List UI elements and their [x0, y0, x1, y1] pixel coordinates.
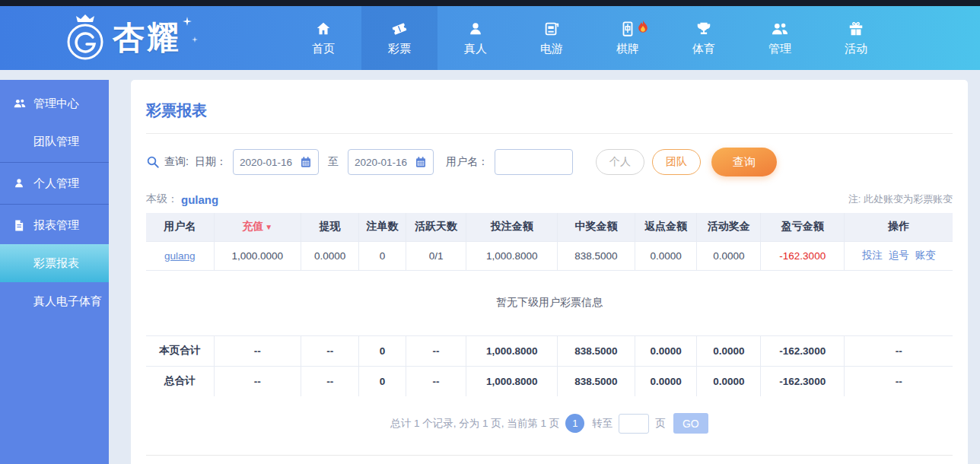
nav-item-activity[interactable]: 活动: [818, 6, 894, 70]
row-username-link[interactable]: gulang: [164, 250, 196, 262]
level-row: 本级： gulang 注: 此处账变为彩票账变: [146, 192, 953, 206]
bet-link[interactable]: 投注: [862, 249, 883, 261]
total-cell: 0: [359, 366, 406, 396]
table-header-row: 用户名 充值▼ 提现 注单数 活跃天数 投注金额 中奖金额 返点金额 活动奖金 …: [146, 213, 953, 241]
chase-link[interactable]: 追号: [889, 249, 909, 261]
total-cell: --: [406, 366, 466, 396]
sidebar-item-lottery-report[interactable]: 彩票报表: [0, 244, 109, 282]
search-toolbar: 查询: 日期： 至: [146, 148, 953, 176]
sidebar-item-label: 报表管理: [33, 218, 79, 233]
goto-page-input[interactable]: [619, 414, 649, 434]
cell-win-amount: 838.5000: [558, 241, 635, 270]
total-cell: 0.0000: [635, 366, 697, 396]
table-row: gulang 1,000.0000 0.0000 0 0/1 1,000.800…: [146, 241, 953, 270]
col-withdraw: 提现: [301, 213, 359, 241]
nav-item-live[interactable]: 真人: [438, 6, 514, 70]
top-dark-strip: [0, 0, 980, 6]
total-cell-profit: -162.3000: [761, 335, 845, 366]
nav-item-egames[interactable]: 电游: [514, 6, 590, 70]
nav-item-label: 真人: [464, 42, 487, 56]
page-body: 管理中心 团队管理 个人管理 报表管理: [0, 70, 980, 464]
cell-bet-amount: 1,000.8000: [466, 241, 558, 270]
sidebar-item-report-management[interactable]: 报表管理: [0, 206, 109, 244]
report-icon: [13, 218, 27, 232]
sidebar-item-label: 管理中心: [33, 97, 79, 111]
col-actions: 操作: [845, 213, 953, 241]
nav-item-lottery[interactable]: 彩票: [361, 6, 438, 70]
home-icon: [315, 21, 332, 37]
nav-item-label: 彩票: [388, 42, 411, 56]
total-cell: 0.0000: [635, 335, 697, 366]
personal-button[interactable]: 个人: [596, 149, 644, 175]
account-change-link[interactable]: 账变: [915, 249, 936, 261]
total-cell-profit: -162.3000: [761, 366, 845, 396]
sidebar-item-label: 个人管理: [33, 176, 79, 191]
cell-activity-bonus: 0.0000: [697, 241, 761, 270]
nav-item-label: 首页: [312, 42, 335, 56]
page-title: 彩票报表: [146, 100, 953, 121]
sidebar: 管理中心 团队管理 个人管理 报表管理: [0, 80, 109, 464]
sidebar-item-live-esports[interactable]: 真人电子体育: [0, 282, 109, 320]
date-to-input[interactable]: [355, 157, 411, 168]
pagination: 总计 1 个记录, 分为 1 页, 当前第 1 页 1 转至 页 GO: [146, 413, 953, 434]
sparkle-icon: [192, 37, 198, 43]
pagination-summary: 总计 1 个记录, 分为 1 页, 当前第 1 页: [390, 417, 559, 431]
cell-withdraw: 0.0000: [301, 241, 359, 270]
date-to-field[interactable]: [348, 149, 434, 175]
team-icon: [13, 97, 27, 110]
sidebar-item-personal-management[interactable]: 个人管理: [0, 164, 109, 202]
page-total-label: 本页合计: [146, 335, 214, 366]
cell-active-days: 0/1: [406, 241, 466, 270]
mahjong-tile-icon: [619, 21, 636, 37]
team-button[interactable]: 团队: [652, 149, 701, 175]
nav-item-label: 电游: [540, 42, 563, 56]
calendar-icon[interactable]: [300, 156, 312, 168]
go-button[interactable]: GO: [673, 413, 708, 434]
total-cell: 0: [359, 335, 406, 366]
grand-total-label: 总合计: [146, 366, 214, 396]
account-change-note: 注: 此处账变为彩票账变: [848, 192, 953, 206]
brand-badge-icon: [64, 14, 107, 62]
total-cell: --: [301, 366, 359, 396]
person-icon: [467, 21, 484, 37]
nav-item-label: 活动: [845, 42, 867, 56]
sidebar-item-admin-center[interactable]: 管理中心: [0, 84, 109, 122]
date-label: 日期：: [195, 155, 227, 169]
level-username-link[interactable]: gulang: [181, 193, 218, 206]
nav-item-sports[interactable]: 体育: [666, 6, 742, 70]
nav-item-label: 棋牌: [616, 42, 639, 56]
col-recharge-sortable[interactable]: 充值▼: [214, 213, 301, 241]
total-cell: 0.0000: [697, 335, 761, 366]
crown-icon: [76, 14, 94, 22]
date-from-field[interactable]: [233, 149, 319, 175]
col-bet-count: 注单数: [359, 213, 406, 241]
nav-item-board-games[interactable]: 棋牌: [590, 6, 666, 70]
brand-logo[interactable]: 杏耀: [64, 6, 181, 70]
col-activity-bonus: 活动奖金: [697, 213, 761, 241]
sidebar-item-team-management[interactable]: 团队管理: [0, 122, 109, 160]
cell-actions: 投注追号账变: [845, 241, 953, 270]
sidebar-item-label: 真人电子体育: [33, 294, 102, 309]
goto-label: 转至: [592, 417, 612, 431]
empty-row: 暂无下级用户彩票信息: [146, 270, 953, 335]
slot-machine-icon: [543, 21, 560, 37]
page-1-button[interactable]: 1: [565, 414, 584, 433]
date-from-input[interactable]: [240, 157, 296, 168]
cell-profit: -162.3000: [761, 241, 845, 270]
date-to-label: 至: [328, 155, 339, 169]
hot-flame-icon: [637, 20, 649, 33]
query-button[interactable]: 查询: [711, 148, 777, 176]
col-username: 用户名: [146, 213, 214, 241]
username-input[interactable]: [495, 149, 573, 175]
trophy-icon: [695, 21, 712, 37]
total-cell: --: [214, 366, 301, 396]
calendar-icon[interactable]: [415, 156, 427, 168]
sidebar-divider: [0, 162, 109, 163]
total-cell: 1,000.8000: [466, 366, 558, 396]
empty-message: 暂无下级用户彩票信息: [146, 270, 953, 335]
nav-item-home[interactable]: 首页: [285, 6, 361, 70]
nav-item-admin[interactable]: 管理: [742, 6, 818, 70]
ticket-icon: [391, 21, 408, 37]
col-profit: 盈亏金额: [761, 213, 845, 241]
total-cell: 838.5000: [558, 366, 635, 396]
